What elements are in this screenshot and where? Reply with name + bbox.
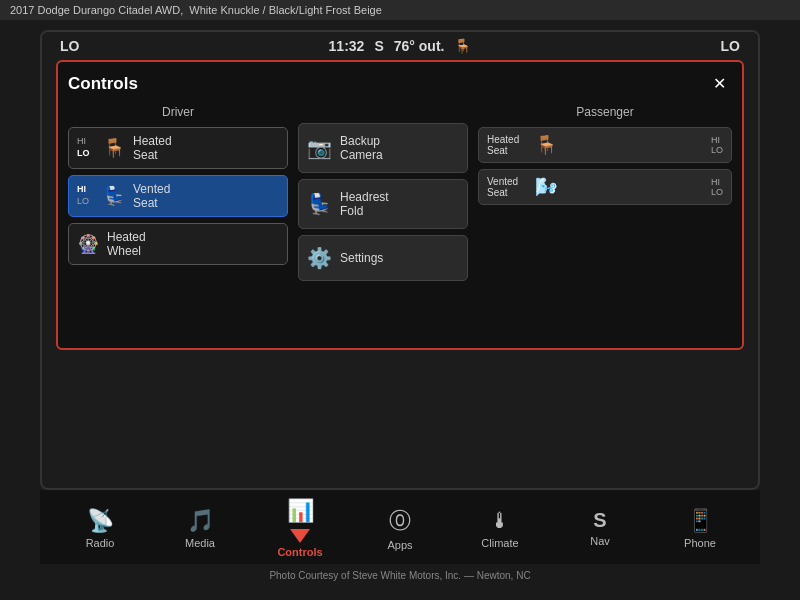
signal-indicator: S (374, 38, 383, 54)
nav-map-label: Nav (590, 535, 610, 547)
headrest-fold-button[interactable]: 💺 HeadrestFold (298, 179, 468, 229)
heated-wheel-label: HeatedWheel (107, 230, 146, 258)
pass-heated-label-group: HeatedSeat (487, 134, 529, 156)
passenger-column: Passenger HeatedSeat 🪑 HI LO VentedSeat (478, 105, 732, 340)
pass-vented-icon: 🌬️ (535, 176, 557, 198)
top-bar: 2017 Dodge Durango Citadel AWD, White Kn… (0, 0, 800, 20)
seat-icon: 🪑 (454, 38, 471, 54)
backup-camera-button[interactable]: 📷 BackupCamera (298, 123, 468, 173)
infotainment-screen: LO 11:32 S 76° out. 🪑 LO Controls ✕ Driv… (40, 30, 760, 490)
heated-seat-label: HeatedSeat (133, 134, 172, 162)
trim-info: White Knuckle / Black/Light Frost Beige (189, 4, 382, 16)
backup-camera-label: BackupCamera (340, 134, 383, 162)
headrest-fold-icon: 💺 (307, 192, 332, 216)
vented-seat-hi-lo: HI LO (77, 184, 95, 207)
nav-item-nav[interactable]: S Nav (558, 509, 643, 547)
lo-left-indicator: LO (60, 38, 79, 54)
driver-label: Driver (68, 105, 288, 119)
settings-button[interactable]: ⚙️ Settings (298, 235, 468, 281)
nav-item-media[interactable]: 🎵 Media (158, 508, 243, 549)
nav-bar: 📡 Radio 🎵 Media 📊 Controls ⓪ Apps 🌡 Clim… (40, 490, 760, 564)
driver-column: Driver HI LO 🪑 HeatedSeat HI LO (68, 105, 288, 340)
passenger-label: Passenger (478, 105, 732, 119)
lo-right-indicator: LO (721, 38, 740, 54)
passenger-heated-seat-button[interactable]: HeatedSeat 🪑 HI LO (478, 127, 732, 163)
heated-seat-icon: 🪑 (103, 137, 125, 159)
radio-label: Radio (86, 537, 115, 549)
pass-vented-hi-lo: HI LO (711, 177, 723, 197)
radio-icon: 📡 (87, 508, 114, 534)
controls-grid: Driver HI LO 🪑 HeatedSeat HI LO (68, 105, 732, 340)
headrest-fold-label: HeadrestFold (340, 190, 389, 218)
phone-label: Phone (684, 537, 716, 549)
car-info: 2017 Dodge Durango Citadel AWD, (10, 4, 183, 16)
driver-vented-seat-button[interactable]: HI LO 💺 VentedSeat (68, 175, 288, 217)
close-button[interactable]: ✕ (707, 72, 732, 95)
controls-header: Controls ✕ (68, 72, 732, 95)
heated-wheel-icon: 🎡 (77, 233, 99, 255)
settings-label: Settings (340, 251, 383, 265)
active-indicator (290, 529, 310, 543)
pass-vented-label-group: VentedSeat (487, 176, 529, 198)
media-label: Media (185, 537, 215, 549)
passenger-vented-seat-button[interactable]: VentedSeat 🌬️ HI LO (478, 169, 732, 205)
driver-heated-seat-button[interactable]: HI LO 🪑 HeatedSeat (68, 127, 288, 169)
driver-heated-wheel-button[interactable]: 🎡 HeatedWheel (68, 223, 288, 265)
apps-label: Apps (387, 539, 412, 551)
nav-item-apps[interactable]: ⓪ Apps (358, 506, 443, 551)
nav-map-icon: S (593, 509, 606, 532)
nav-item-controls[interactable]: 📊 Controls (258, 498, 343, 558)
controls-nav-label: Controls (277, 546, 322, 558)
apps-icon: ⓪ (389, 506, 411, 536)
pass-vented-label: VentedSeat (487, 176, 529, 198)
center-time-group: 11:32 S 76° out. 🪑 (329, 38, 472, 54)
nav-item-phone[interactable]: 📱 Phone (658, 508, 743, 549)
photo-credit: Photo Courtesy of Steve White Motors, In… (269, 564, 530, 583)
backup-camera-icon: 📷 (307, 136, 332, 160)
phone-icon: 📱 (687, 508, 714, 534)
heated-seat-hi-lo: HI LO (77, 136, 95, 159)
clock: 11:32 (329, 38, 365, 54)
controls-title: Controls (68, 74, 138, 94)
vented-seat-label: VentedSeat (133, 182, 170, 210)
controls-panel: Controls ✕ Driver HI LO 🪑 HeatedSeat (56, 60, 744, 350)
nav-item-radio[interactable]: 📡 Radio (58, 508, 143, 549)
pass-heated-label: HeatedSeat (487, 134, 529, 156)
nav-item-climate[interactable]: 🌡 Climate (458, 508, 543, 549)
vented-seat-icon: 💺 (103, 185, 125, 207)
media-icon: 🎵 (187, 508, 214, 534)
middle-column: 📷 BackupCamera 💺 HeadrestFold ⚙️ Setting… (298, 123, 468, 340)
pass-heated-icon: 🪑 (535, 134, 557, 156)
controls-nav-icon: 📊 (287, 498, 314, 524)
climate-icon: 🌡 (489, 508, 511, 534)
pass-heated-hi-lo: HI LO (711, 135, 723, 155)
temperature: 76° out. (394, 38, 445, 54)
settings-icon: ⚙️ (307, 246, 332, 270)
climate-label: Climate (481, 537, 518, 549)
status-bar: LO 11:32 S 76° out. 🪑 LO (42, 32, 758, 60)
